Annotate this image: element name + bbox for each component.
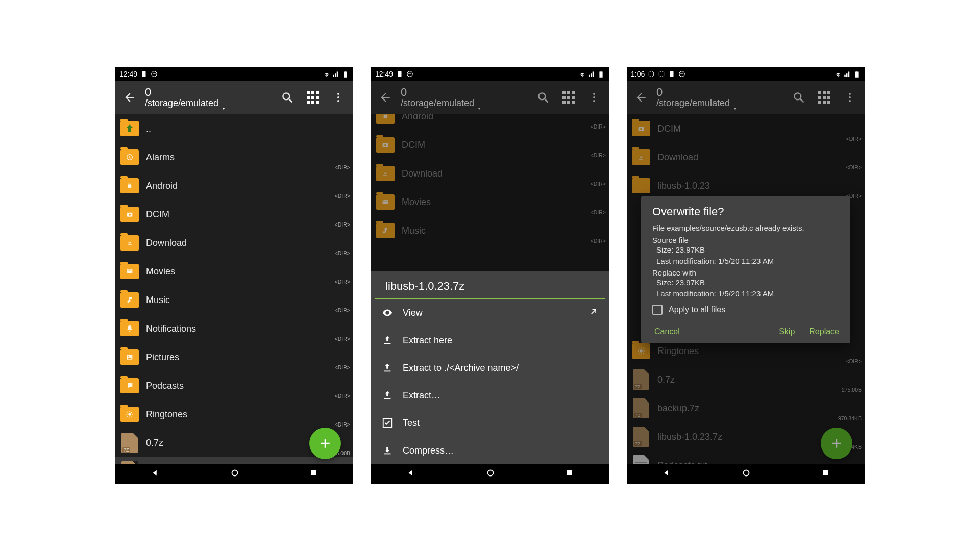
sheet-action[interactable]: Extract to ./<Archive name>/ bbox=[371, 354, 609, 382]
status-bar: 12:49 bbox=[115, 67, 353, 81]
svg-point-4 bbox=[337, 100, 339, 102]
svg-rect-49 bbox=[823, 470, 828, 475]
eye-icon bbox=[381, 307, 394, 318]
dl-icon bbox=[381, 445, 394, 456]
file-name: Ringtones bbox=[146, 409, 187, 420]
file-row[interactable]: Android <DIR> bbox=[115, 171, 353, 200]
svg-point-16 bbox=[128, 413, 131, 415]
sheet-action[interactable]: Extract… bbox=[371, 382, 609, 409]
svg-point-7 bbox=[128, 183, 129, 184]
file-row[interactable]: Alarms <DIR> bbox=[115, 143, 353, 171]
nav-recent-button[interactable] bbox=[565, 468, 575, 480]
skip-button[interactable]: Skip bbox=[779, 327, 795, 336]
file-row[interactable]: Ringtones <DIR> bbox=[115, 400, 353, 429]
file-name: Music bbox=[146, 295, 170, 306]
file-name: Pictures bbox=[146, 352, 179, 363]
cancel-button[interactable]: Cancel bbox=[654, 327, 680, 336]
extract-icon bbox=[381, 390, 394, 401]
folder-icon bbox=[120, 178, 139, 193]
view-grid-button[interactable] bbox=[301, 86, 325, 109]
svg-rect-12 bbox=[127, 269, 133, 273]
signal-icon bbox=[588, 70, 596, 78]
overflow-menu-button[interactable] bbox=[327, 86, 350, 109]
appbar-title: 0 bbox=[145, 86, 218, 98]
svg-rect-38 bbox=[384, 454, 391, 455]
status-time: 12:49 bbox=[375, 70, 393, 78]
replace-button[interactable]: Replace bbox=[809, 327, 839, 336]
folder-icon bbox=[120, 207, 139, 222]
file-meta: <DIR> bbox=[335, 307, 350, 313]
svg-point-10 bbox=[129, 214, 131, 216]
nav-back-button[interactable] bbox=[150, 467, 161, 481]
folder-icon bbox=[120, 264, 139, 279]
dialog-title: Overwrite file? bbox=[652, 205, 839, 218]
bottom-sheet: libusb-1.0.23.7z View Extract here Extra… bbox=[371, 271, 609, 464]
file-row[interactable]: Podcasts <DIR> bbox=[115, 371, 353, 400]
sheet-action-label: Extract to ./<Archive name>/ bbox=[403, 363, 519, 373]
nav-recent-button[interactable] bbox=[309, 468, 319, 480]
nav-recent-button[interactable] bbox=[820, 468, 830, 480]
dialog-source-mod: Last modification: 1/5/20 11:23 AM bbox=[652, 256, 839, 267]
appbar-path: /storage/emulated bbox=[145, 98, 218, 109]
file-name: Movies bbox=[146, 266, 175, 277]
nav-back-button[interactable] bbox=[661, 467, 672, 481]
folder-up-icon bbox=[120, 121, 139, 136]
sheet-action-label: Extract… bbox=[403, 390, 440, 401]
svg-point-48 bbox=[744, 470, 749, 476]
nav-home-button[interactable] bbox=[741, 467, 752, 481]
nav-bar bbox=[115, 464, 353, 484]
add-fab[interactable] bbox=[309, 428, 341, 459]
file-row[interactable]: Music <DIR> bbox=[115, 286, 353, 314]
sheet-action[interactable]: Compress… bbox=[371, 437, 609, 464]
nav-back-button[interactable] bbox=[405, 467, 416, 481]
sheet-action[interactable]: View bbox=[371, 299, 609, 327]
dialog-replace-size: Size: 23.97KB bbox=[652, 277, 839, 288]
file-row[interactable]: Notifications <DIR> bbox=[115, 314, 353, 343]
sheet-action[interactable]: Test bbox=[371, 409, 609, 437]
file-row[interactable]: DCIM <DIR> bbox=[115, 200, 353, 229]
wifi-icon bbox=[323, 70, 331, 78]
dialog-replace-label: Replace with bbox=[652, 268, 839, 277]
svg-point-2 bbox=[337, 93, 339, 95]
search-button[interactable] bbox=[276, 86, 299, 109]
app-bar: 0 /storage/emulated bbox=[115, 81, 353, 114]
file-name: Android bbox=[146, 181, 178, 191]
nav-home-button[interactable] bbox=[485, 467, 496, 481]
back-button[interactable] bbox=[118, 86, 141, 109]
file-meta: <DIR> bbox=[335, 193, 350, 199]
svg-rect-11 bbox=[128, 244, 132, 245]
svg-rect-34 bbox=[384, 343, 391, 344]
status-bar: 1:06 bbox=[627, 67, 865, 81]
file-meta: <DIR> bbox=[335, 393, 350, 399]
archive-icon: 7Z bbox=[121, 433, 138, 453]
file-name: Download bbox=[146, 238, 187, 248]
file-list[interactable]: .. Alarms <DIR> Android <DIR> DCIM <DIR>… bbox=[115, 114, 353, 464]
file-meta: <DIR> bbox=[335, 221, 350, 228]
path-dropdown[interactable]: 0 /storage/emulated bbox=[145, 86, 218, 109]
apply-all-label: Apply to all files bbox=[669, 305, 725, 314]
sheet-action[interactable]: Extract here bbox=[371, 327, 609, 354]
sd-icon bbox=[396, 70, 403, 78]
file-row[interactable]: Pictures <DIR> bbox=[115, 343, 353, 371]
file-name: Notifications bbox=[146, 323, 196, 334]
extract-icon bbox=[381, 362, 394, 373]
file-row[interactable]: Download <DIR> bbox=[115, 229, 353, 257]
file-row[interactable]: .. bbox=[115, 114, 353, 143]
apply-all-checkbox[interactable]: Apply to all files bbox=[652, 305, 839, 315]
file-meta: <DIR> bbox=[335, 421, 350, 428]
do-not-disturb-icon bbox=[678, 70, 685, 78]
sheet-title: libusb-1.0.23.7z bbox=[375, 271, 605, 299]
file-meta: <DIR> bbox=[335, 336, 350, 342]
folder-icon bbox=[120, 378, 139, 393]
file-meta: <DIR> bbox=[335, 250, 350, 256]
nav-home-button[interactable] bbox=[229, 467, 240, 481]
file-row[interactable]: Movies <DIR> bbox=[115, 257, 353, 286]
wifi-icon bbox=[578, 70, 586, 78]
dialog-replace-mod: Last modification: 1/5/20 11:23 AM bbox=[652, 288, 839, 299]
open-external-icon[interactable] bbox=[589, 307, 599, 319]
dialog-exists: File examples/source/ezusb.c already exi… bbox=[652, 222, 839, 234]
file-row[interactable]: 7Z libusb-1.0.23.7z 970.34KB bbox=[115, 457, 353, 464]
status-bar: 12:49 bbox=[371, 67, 609, 81]
status-time: 1:06 bbox=[631, 70, 645, 78]
sheet-action-label: Test bbox=[403, 418, 420, 429]
